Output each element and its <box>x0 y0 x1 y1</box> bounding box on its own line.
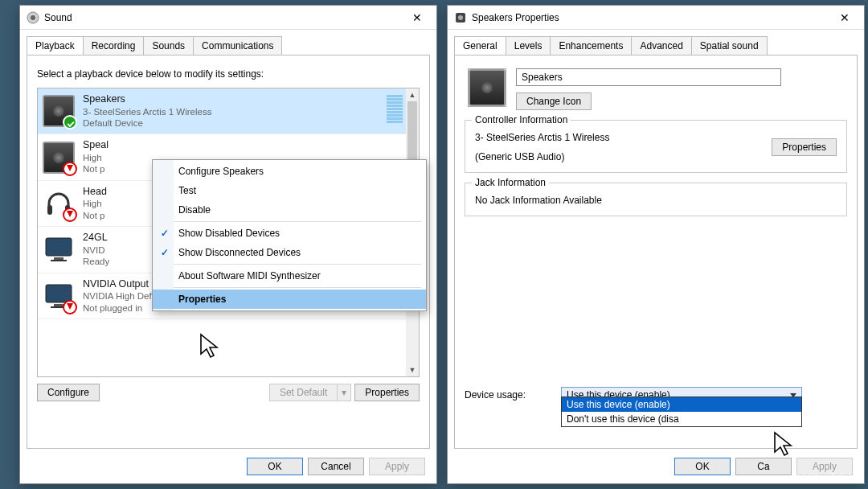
dialog-title: Speakers Properties <box>472 12 829 23</box>
ok-button[interactable]: OK <box>674 458 731 475</box>
unplugged-badge-icon <box>63 208 77 222</box>
dropdown-option-enable[interactable]: Use this device (enable) <box>562 397 801 412</box>
tab-spatial-sound[interactable]: Spatial sound <box>691 36 768 55</box>
monitor-icon <box>43 280 75 312</box>
device-desc: 3- SteelSeries Arctis 1 Wireless <box>83 106 211 117</box>
scroll-up-icon[interactable]: ▲ <box>406 88 419 101</box>
speakers-properties-dialog: Speakers Properties ✕ General Levels Enh… <box>447 5 865 484</box>
svg-rect-2 <box>47 205 52 215</box>
tab-advanced[interactable]: Advanced <box>631 36 691 55</box>
dialog-title: Sound <box>44 12 401 23</box>
svg-rect-5 <box>54 257 63 260</box>
tab-levels[interactable]: Levels <box>506 36 551 55</box>
speaker-icon <box>454 11 467 24</box>
tab-enhancements[interactable]: Enhancements <box>550 36 632 55</box>
device-large-icon <box>468 68 506 107</box>
general-panel: Change Icon Controller Information 3- St… <box>454 55 858 449</box>
dropdown-option-disable[interactable]: Don't use this device (disa <box>562 412 801 426</box>
menu-separator <box>158 221 421 222</box>
vu-meter-icon <box>387 95 403 123</box>
unplugged-badge-icon <box>63 300 77 314</box>
tab-strip: Playback Recording Sounds Communications <box>20 30 436 55</box>
tab-sounds[interactable]: Sounds <box>143 36 194 55</box>
change-icon-button[interactable]: Change Icon <box>516 92 592 110</box>
cancel-button[interactable]: Ca <box>735 458 792 475</box>
list-item[interactable]: Speakers 3- SteelSeries Arctis 1 Wireles… <box>38 88 419 134</box>
tab-communications[interactable]: Communications <box>193 36 282 55</box>
svg-point-11 <box>458 15 463 20</box>
svg-rect-4 <box>46 238 72 256</box>
device-name-input[interactable] <box>516 68 781 86</box>
menu-test[interactable]: Test <box>153 181 426 200</box>
watermark: UG>TFIX <box>796 471 863 487</box>
svg-point-1 <box>31 15 35 20</box>
device-usage-dropdown: Use this device (enable) Don't use this … <box>561 397 802 427</box>
ok-button[interactable]: OK <box>247 458 303 475</box>
tab-general[interactable]: General <box>454 36 506 55</box>
menu-about-midi[interactable]: About Software MIDI Synthesizer <box>153 266 426 286</box>
speaker-icon <box>43 95 75 127</box>
menu-properties[interactable]: Properties <box>153 290 426 309</box>
titlebar[interactable]: Speakers Properties ✕ <box>448 6 864 30</box>
controller-properties-button[interactable]: Properties <box>772 138 837 156</box>
svg-rect-6 <box>51 260 67 261</box>
group-legend: Jack Information <box>472 177 549 188</box>
close-icon[interactable]: ✕ <box>401 6 433 29</box>
device-status: Default Device <box>83 117 211 129</box>
headphones-icon <box>43 187 75 220</box>
controller-name: 3- SteelSeries Arctis 1 Wireless <box>475 132 609 143</box>
instruction-text: Select a playback device below to modify… <box>37 68 420 80</box>
sound-icon <box>27 11 39 24</box>
controller-info-group: Controller Information 3- SteelSeries Ar… <box>465 120 847 173</box>
controller-driver: (Generic USB Audio) <box>475 151 609 162</box>
tab-playback[interactable]: Playback <box>27 36 84 55</box>
device-usage-label: Device usage: <box>465 389 561 401</box>
context-menu: Configure Speakers Test Disable Show Dis… <box>152 159 427 311</box>
tab-recording[interactable]: Recording <box>83 36 145 55</box>
default-badge-icon <box>63 115 77 129</box>
configure-button[interactable]: Configure <box>37 384 100 401</box>
apply-button[interactable]: Apply <box>369 458 425 475</box>
menu-configure-speakers[interactable]: Configure Speakers <box>153 162 426 181</box>
titlebar[interactable]: Sound ✕ <box>20 6 436 30</box>
speaker-icon <box>43 142 75 174</box>
set-default-dropdown-button[interactable]: ▾ <box>338 384 351 401</box>
menu-show-disabled[interactable]: Show Disabled Devices <box>153 224 426 243</box>
group-legend: Controller Information <box>472 114 571 125</box>
unplugged-badge-icon <box>63 162 77 176</box>
cancel-button[interactable]: Cancel <box>308 458 364 475</box>
menu-disable[interactable]: Disable <box>153 200 426 220</box>
jack-info-group: Jack Information No Jack Information Ava… <box>465 183 847 216</box>
tab-strip: General Levels Enhancements Advanced Spa… <box>448 30 864 55</box>
close-icon[interactable]: ✕ <box>829 6 861 29</box>
device-name: Speakers <box>83 93 211 106</box>
jack-info-text: No Jack Information Available <box>475 195 837 206</box>
scroll-down-icon[interactable]: ▼ <box>406 364 419 376</box>
menu-show-disconnected[interactable]: Show Disconnected Devices <box>153 243 426 262</box>
properties-button[interactable]: Properties <box>354 384 420 401</box>
sound-dialog: Sound ✕ Playback Recording Sounds Commun… <box>19 5 437 484</box>
monitor-icon <box>43 233 75 265</box>
menu-separator <box>158 287 421 288</box>
menu-separator <box>158 264 421 265</box>
set-default-button[interactable]: Set Default <box>269 384 338 401</box>
